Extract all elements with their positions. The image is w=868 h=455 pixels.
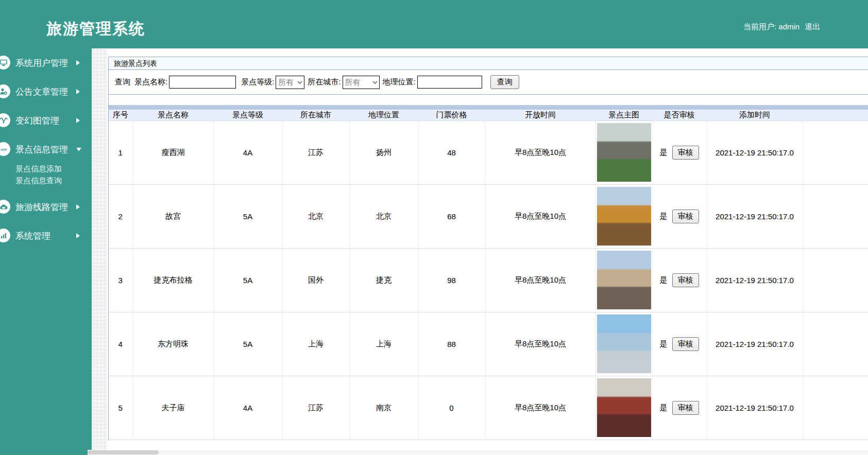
- table-row: 5 夫子庙 4A 江苏 南京 0 早8点至晚10点 是 审核 2021-12-1…: [109, 376, 868, 440]
- cell-added-time: 2021-12-19 21:50:17.0: [706, 248, 803, 312]
- audit-button[interactable]: 审核: [672, 401, 699, 415]
- cell-city: 江苏: [282, 376, 350, 440]
- cell-grade: 4A: [214, 120, 282, 184]
- spot-photo-shouxihu: [597, 123, 651, 182]
- cell-photo: [595, 120, 652, 184]
- table-row: 2 故宫 5A 北京 北京 68 早8点至晚10点 是 审核 2021-12-1…: [109, 184, 868, 248]
- cell-seq: 4: [109, 312, 132, 376]
- sidebar-subitem[interactable]: 景点信息查询: [0, 174, 92, 186]
- cell-location: 北京: [350, 184, 418, 248]
- chevron-down-icon: [76, 148, 81, 151]
- cell-location: 扬州: [350, 120, 418, 184]
- cell-extra: [803, 184, 868, 248]
- column-header: 景点主图: [595, 110, 652, 120]
- column-header: 是否审核: [652, 110, 706, 120]
- spot-grade-label: 景点等级:: [241, 77, 274, 87]
- cell-seq: 5: [109, 376, 132, 440]
- cell-city: 国外: [282, 248, 350, 312]
- panel-title: 旅游景点列表: [109, 57, 868, 70]
- cell-open-time: 早8点至晚10点: [485, 184, 595, 248]
- svg-text:APP: APP: [0, 148, 7, 151]
- table-header-row: 序号景点名称景点等级所在城市地理位置门票价格开放时间景点主图是否审核添加时间: [109, 110, 868, 120]
- horizontal-scrollbar-thumb[interactable]: [88, 450, 159, 454]
- user-gear-icon: [0, 84, 10, 98]
- cell-location: 上海: [350, 312, 418, 376]
- column-header: 添加时间: [706, 110, 803, 120]
- city-select[interactable]: 所有: [343, 76, 380, 89]
- audit-status: 是: [659, 212, 667, 220]
- spot-photo-prague: [597, 251, 651, 309]
- wave-icon: [0, 113, 10, 127]
- cell-price: 0: [418, 376, 485, 440]
- spot-name-input[interactable]: [169, 76, 236, 89]
- cell-city: 江苏: [282, 120, 350, 184]
- cell-photo: [595, 248, 652, 312]
- table-row: 4 东方明珠 5A 上海 上海 88 早8点至晚10点 是 审核 2021-12…: [109, 312, 868, 376]
- cell-spot-name: 瘦西湖: [132, 120, 214, 184]
- cell-added-time: 2021-12-19 21:50:17.0: [706, 312, 803, 376]
- search-bar: 查询 景点名称: 景点等级: 所有 所在城市: 所有 地理位置: 查询: [109, 70, 868, 95]
- sidebar-item[interactable]: 旅游线路管理: [0, 199, 92, 215]
- cell-seq: 3: [109, 248, 132, 312]
- cell-open-time: 早8点至晚10点: [485, 376, 595, 440]
- location-label: 地理位置:: [383, 77, 416, 87]
- audit-status: 是: [659, 403, 667, 412]
- cell-added-time: 2021-12-19 21:50:17.0: [706, 376, 803, 440]
- cell-price: 88: [418, 312, 485, 376]
- cell-photo: [595, 376, 652, 440]
- sidebar-submenu: 景点信息添加景点信息查询: [0, 163, 92, 186]
- spot-list-panel: 旅游景点列表 查询 景点名称: 景点等级: 所有 所在城市: 所有 地理位置: …: [108, 57, 868, 440]
- current-user-label: 当前用户: admin: [743, 22, 799, 31]
- cell-extra: [803, 120, 868, 184]
- app-title: 旅游管理系统: [46, 19, 145, 40]
- cell-photo: [595, 184, 652, 248]
- cloud-icon: [0, 200, 10, 214]
- table-row: 3 捷克布拉格 5A 国外 捷克 98 早8点至晚10点 是 审核 2021-1…: [109, 248, 868, 312]
- cell-grade: 5A: [214, 312, 282, 376]
- cell-audit: 是 审核: [652, 248, 706, 312]
- cell-audit: 是 审核: [652, 312, 706, 376]
- search-button[interactable]: 查询: [490, 75, 519, 89]
- sidebar-item[interactable]: 变幻图管理: [0, 112, 92, 129]
- spot-photo-fuzimiao: [597, 378, 651, 437]
- column-header: 开放时间: [485, 110, 595, 120]
- sidebar-item[interactable]: 公告文章管理: [0, 83, 92, 100]
- audit-button[interactable]: 审核: [672, 337, 699, 351]
- bar-chart-icon: [0, 229, 10, 242]
- cell-audit: 是 审核: [652, 376, 706, 440]
- cell-extra: [803, 376, 868, 440]
- location-input[interactable]: [417, 76, 482, 89]
- cell-grade: 5A: [214, 248, 282, 312]
- cell-open-time: 早8点至晚10点: [485, 248, 595, 312]
- column-header: 序号: [109, 110, 132, 120]
- cell-audit: 是 审核: [652, 120, 706, 184]
- current-user-info: 当前用户: admin退出: [743, 22, 820, 32]
- audit-status: 是: [659, 275, 667, 284]
- sidebar-item[interactable]: APP 景点信息管理: [0, 141, 92, 157]
- sidebar-subitem[interactable]: 景点信息添加: [0, 163, 92, 174]
- spot-grade-select[interactable]: 所有: [276, 76, 304, 89]
- chevron-right-icon: [76, 89, 80, 94]
- table-row: 1 瘦西湖 4A 江苏 扬州 48 早8点至晚10点 是 审核 2021-12-…: [109, 120, 868, 184]
- audit-button[interactable]: 审核: [672, 209, 699, 223]
- chevron-right-icon: [76, 233, 80, 238]
- table-header-strip: [109, 105, 868, 110]
- cell-seq: 1: [109, 120, 132, 184]
- main-content: 旅游景点列表 查询 景点名称: 景点等级: 所有 所在城市: 所有 地理位置: …: [107, 48, 868, 455]
- column-header: 门票价格: [418, 110, 485, 120]
- chevron-right-icon: [76, 60, 80, 65]
- logout-link[interactable]: 退出: [805, 22, 820, 31]
- cell-spot-name: 东方明珠: [132, 312, 214, 376]
- sidebar-item[interactable]: 系统用户管理: [0, 55, 92, 71]
- cell-spot-name: 捷克布拉格: [132, 248, 214, 312]
- audit-button[interactable]: 审核: [672, 146, 699, 160]
- table-gap: [109, 95, 868, 105]
- audit-button[interactable]: 审核: [672, 273, 699, 287]
- cell-grade: 5A: [214, 184, 282, 248]
- cell-added-time: 2021-12-19 21:50:17.0: [706, 120, 803, 184]
- cell-location: 捷克: [350, 248, 418, 312]
- column-header: 所在城市: [282, 110, 350, 120]
- table-body: 1 瘦西湖 4A 江苏 扬州 48 早8点至晚10点 是 审核 2021-12-…: [109, 120, 868, 440]
- cell-photo: [595, 312, 652, 376]
- sidebar-item[interactable]: 系统管理: [0, 227, 92, 244]
